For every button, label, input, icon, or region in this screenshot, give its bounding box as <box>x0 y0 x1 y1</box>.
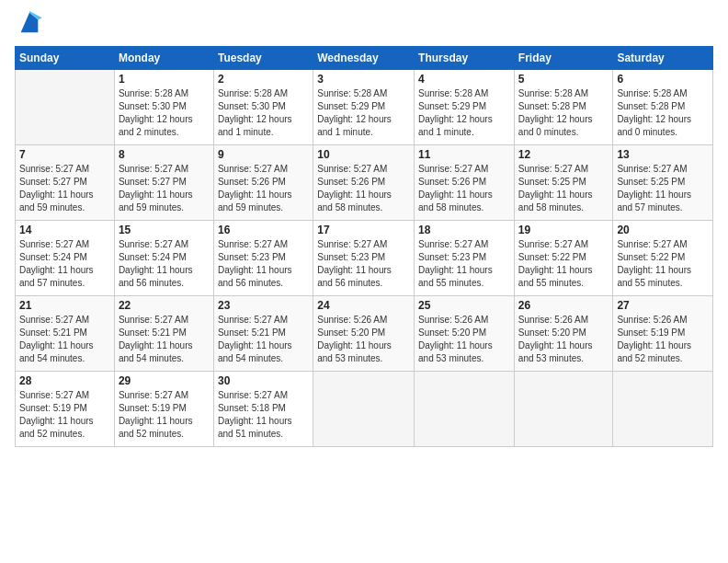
calendar-cell <box>613 372 713 447</box>
day-number: 1 <box>119 73 210 86</box>
calendar-week-row: 28Sunrise: 5:27 AM Sunset: 5:19 PM Dayli… <box>16 372 713 447</box>
day-number: 16 <box>218 224 309 236</box>
calendar-cell: 9Sunrise: 5:27 AM Sunset: 5:26 PM Daylig… <box>213 145 313 221</box>
calendar-header-friday: Friday <box>514 47 613 70</box>
calendar-cell <box>514 372 613 447</box>
calendar-header-row: SundayMondayTuesdayWednesdayThursdayFrid… <box>16 47 713 70</box>
calendar-cell: 14Sunrise: 5:27 AM Sunset: 5:24 PM Dayli… <box>16 221 115 296</box>
day-number: 4 <box>418 73 510 86</box>
day-number: 29 <box>119 374 210 387</box>
day-info: Sunrise: 5:28 AM Sunset: 5:28 PM Dayligh… <box>617 87 709 139</box>
calendar-cell: 24Sunrise: 5:26 AM Sunset: 5:20 PM Dayli… <box>313 296 415 372</box>
calendar-cell: 26Sunrise: 5:26 AM Sunset: 5:20 PM Dayli… <box>514 296 613 372</box>
day-info: Sunrise: 5:27 AM Sunset: 5:19 PM Dayligh… <box>119 389 210 441</box>
calendar-cell: 7Sunrise: 5:27 AM Sunset: 5:27 PM Daylig… <box>16 145 115 221</box>
day-info: Sunrise: 5:27 AM Sunset: 5:27 PM Dayligh… <box>119 163 210 214</box>
day-number: 8 <box>119 148 210 161</box>
day-info: Sunrise: 5:28 AM Sunset: 5:29 PM Dayligh… <box>317 87 410 139</box>
day-info: Sunrise: 5:27 AM Sunset: 5:21 PM Dayligh… <box>119 314 210 365</box>
day-info: Sunrise: 5:28 AM Sunset: 5:30 PM Dayligh… <box>218 87 309 139</box>
calendar-cell: 20Sunrise: 5:27 AM Sunset: 5:22 PM Dayli… <box>613 221 713 296</box>
day-info: Sunrise: 5:28 AM Sunset: 5:30 PM Dayligh… <box>119 87 210 139</box>
calendar-header-sunday: Sunday <box>16 47 115 70</box>
day-info: Sunrise: 5:27 AM Sunset: 5:21 PM Dayligh… <box>218 314 309 365</box>
calendar-cell: 23Sunrise: 5:27 AM Sunset: 5:21 PM Dayli… <box>213 296 313 372</box>
logo-icon <box>17 11 42 37</box>
calendar-header-wednesday: Wednesday <box>313 47 415 70</box>
day-number: 17 <box>317 224 410 236</box>
day-number: 21 <box>19 299 110 312</box>
calendar-header-monday: Monday <box>114 47 213 70</box>
day-info: Sunrise: 5:26 AM Sunset: 5:20 PM Dayligh… <box>518 314 609 365</box>
calendar-week-row: 14Sunrise: 5:27 AM Sunset: 5:24 PM Dayli… <box>16 221 713 296</box>
day-number: 27 <box>617 299 709 312</box>
day-info: Sunrise: 5:26 AM Sunset: 5:20 PM Dayligh… <box>317 314 410 365</box>
day-number: 25 <box>418 299 510 312</box>
day-info: Sunrise: 5:27 AM Sunset: 5:19 PM Dayligh… <box>19 389 110 441</box>
day-number: 11 <box>418 148 510 161</box>
day-number: 7 <box>19 148 110 161</box>
day-info: Sunrise: 5:27 AM Sunset: 5:23 PM Dayligh… <box>218 238 309 290</box>
calendar-week-row: 21Sunrise: 5:27 AM Sunset: 5:21 PM Dayli… <box>16 296 713 372</box>
day-info: Sunrise: 5:27 AM Sunset: 5:26 PM Dayligh… <box>418 163 510 214</box>
calendar-week-row: 1Sunrise: 5:28 AM Sunset: 5:30 PM Daylig… <box>16 70 713 145</box>
calendar-cell: 28Sunrise: 5:27 AM Sunset: 5:19 PM Dayli… <box>16 372 115 447</box>
calendar-cell: 30Sunrise: 5:27 AM Sunset: 5:18 PM Dayli… <box>213 372 313 447</box>
calendar-cell: 8Sunrise: 5:27 AM Sunset: 5:27 PM Daylig… <box>114 145 213 221</box>
calendar-cell: 10Sunrise: 5:27 AM Sunset: 5:26 PM Dayli… <box>313 145 415 221</box>
calendar-cell: 18Sunrise: 5:27 AM Sunset: 5:23 PM Dayli… <box>415 221 515 296</box>
day-info: Sunrise: 5:27 AM Sunset: 5:24 PM Dayligh… <box>19 238 110 290</box>
day-number: 5 <box>518 73 609 86</box>
day-info: Sunrise: 5:27 AM Sunset: 5:24 PM Dayligh… <box>119 238 210 290</box>
calendar-header-saturday: Saturday <box>613 47 713 70</box>
day-number: 22 <box>119 299 210 312</box>
day-info: Sunrise: 5:27 AM Sunset: 5:25 PM Dayligh… <box>518 163 609 214</box>
day-info: Sunrise: 5:28 AM Sunset: 5:29 PM Dayligh… <box>418 87 510 139</box>
day-number: 9 <box>218 148 309 161</box>
day-number: 2 <box>218 73 309 86</box>
calendar-cell: 22Sunrise: 5:27 AM Sunset: 5:21 PM Dayli… <box>114 296 213 372</box>
day-info: Sunrise: 5:27 AM Sunset: 5:23 PM Dayligh… <box>418 238 510 290</box>
calendar-cell: 3Sunrise: 5:28 AM Sunset: 5:29 PM Daylig… <box>313 70 415 145</box>
day-number: 28 <box>19 374 110 387</box>
calendar-cell <box>415 372 515 447</box>
day-number: 23 <box>218 299 309 312</box>
calendar-cell: 1Sunrise: 5:28 AM Sunset: 5:30 PM Daylig… <box>114 70 213 145</box>
day-info: Sunrise: 5:27 AM Sunset: 5:22 PM Dayligh… <box>617 238 709 290</box>
day-info: Sunrise: 5:27 AM Sunset: 5:23 PM Dayligh… <box>317 238 410 290</box>
calendar-cell: 16Sunrise: 5:27 AM Sunset: 5:23 PM Dayli… <box>213 221 313 296</box>
calendar-cell <box>16 70 115 145</box>
calendar-cell: 15Sunrise: 5:27 AM Sunset: 5:24 PM Dayli… <box>114 221 213 296</box>
calendar-cell: 29Sunrise: 5:27 AM Sunset: 5:19 PM Dayli… <box>114 372 213 447</box>
day-info: Sunrise: 5:27 AM Sunset: 5:26 PM Dayligh… <box>317 163 410 214</box>
day-number: 10 <box>317 148 410 161</box>
calendar-table: SundayMondayTuesdayWednesdayThursdayFrid… <box>15 46 713 447</box>
day-info: Sunrise: 5:27 AM Sunset: 5:26 PM Dayligh… <box>218 163 309 214</box>
day-number: 3 <box>317 73 410 86</box>
day-number: 14 <box>19 224 110 236</box>
day-info: Sunrise: 5:26 AM Sunset: 5:19 PM Dayligh… <box>617 314 709 365</box>
day-info: Sunrise: 5:27 AM Sunset: 5:27 PM Dayligh… <box>19 163 110 214</box>
calendar-header-thursday: Thursday <box>415 47 515 70</box>
calendar-cell: 11Sunrise: 5:27 AM Sunset: 5:26 PM Dayli… <box>415 145 515 221</box>
calendar-cell: 5Sunrise: 5:28 AM Sunset: 5:28 PM Daylig… <box>514 70 613 145</box>
day-info: Sunrise: 5:26 AM Sunset: 5:20 PM Dayligh… <box>418 314 510 365</box>
header <box>15 15 713 37</box>
calendar-cell: 6Sunrise: 5:28 AM Sunset: 5:28 PM Daylig… <box>613 70 713 145</box>
day-number: 24 <box>317 299 410 312</box>
day-number: 15 <box>119 224 210 236</box>
day-number: 18 <box>418 224 510 236</box>
calendar-cell: 21Sunrise: 5:27 AM Sunset: 5:21 PM Dayli… <box>16 296 115 372</box>
logo <box>15 15 42 37</box>
day-number: 12 <box>518 148 609 161</box>
calendar-header-tuesday: Tuesday <box>213 47 313 70</box>
day-info: Sunrise: 5:27 AM Sunset: 5:21 PM Dayligh… <box>19 314 110 365</box>
day-number: 20 <box>617 224 709 236</box>
day-info: Sunrise: 5:27 AM Sunset: 5:18 PM Dayligh… <box>218 389 309 441</box>
day-number: 30 <box>218 374 309 387</box>
day-number: 6 <box>617 73 709 86</box>
calendar-cell: 17Sunrise: 5:27 AM Sunset: 5:23 PM Dayli… <box>313 221 415 296</box>
calendar-cell: 2Sunrise: 5:28 AM Sunset: 5:30 PM Daylig… <box>213 70 313 145</box>
day-info: Sunrise: 5:27 AM Sunset: 5:22 PM Dayligh… <box>518 238 609 290</box>
calendar-cell: 12Sunrise: 5:27 AM Sunset: 5:25 PM Dayli… <box>514 145 613 221</box>
